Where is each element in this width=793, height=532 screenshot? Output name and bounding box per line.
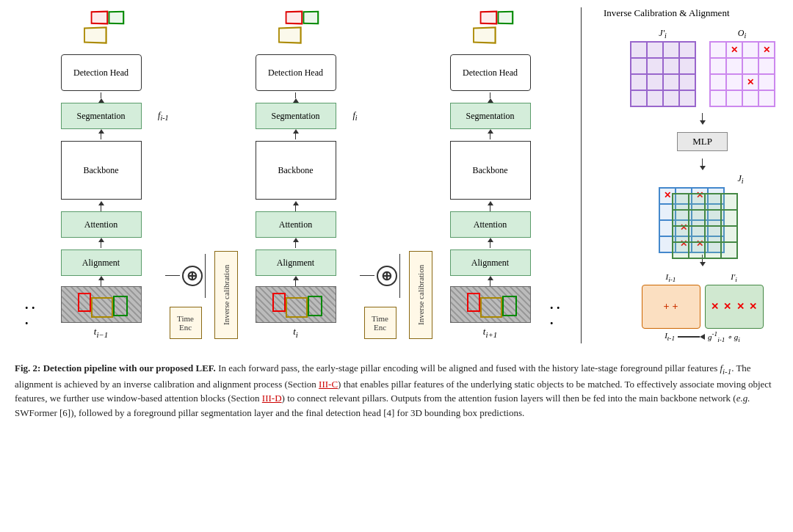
plus-circle-2: ⊕ xyxy=(377,266,397,286)
arr-3b xyxy=(488,129,493,139)
segmentation-2: Segmentation fi xyxy=(256,103,336,129)
caption-text4: ) to connect relevant pillars. Outputs f… xyxy=(282,393,736,404)
scene-image-3 xyxy=(450,286,531,323)
arrow-dh-seg-1 xyxy=(98,92,104,103)
arr-3c xyxy=(488,201,493,211)
detection-head-2: Detection Head xyxy=(256,54,336,91)
segmentation-1: Segmentation fi-1 xyxy=(61,103,142,129)
figure-container: · · · xyxy=(15,7,778,420)
boxes-3d-t1 xyxy=(76,11,127,51)
scene-image-1 xyxy=(61,286,142,323)
fi-label-2: fi xyxy=(352,110,357,122)
time-enc-2: Time Enc xyxy=(364,307,396,339)
alignment-2: Alignment xyxy=(256,249,336,276)
arrow-bb-att-1 xyxy=(98,201,104,211)
arr-right-2 xyxy=(700,158,706,170)
arrow-al-scene-1 xyxy=(98,276,104,286)
inverse-cal-2: Inverse calibration xyxy=(409,251,432,339)
segmentation-3: Segmentation xyxy=(450,103,531,129)
arr-2e xyxy=(293,276,299,286)
blob-green: ✕ ✕ ✕ ✕ xyxy=(705,285,764,329)
jprime-grid xyxy=(630,41,696,107)
attention-3: Attention xyxy=(450,211,531,238)
formula-label: g-1i-1 ∘ gi xyxy=(708,330,740,343)
bottom-blobs-row: Ii-1 + + I'i ✕ ✕ ✕ ✕ xyxy=(642,272,764,329)
arr-3a xyxy=(488,92,493,103)
ji-green-grid xyxy=(672,193,738,259)
boxes-3d-t2 xyxy=(270,11,322,51)
attention-2: Attention xyxy=(256,211,336,238)
iprime-label: I'i xyxy=(731,272,737,283)
timestamp-3: ti+1 xyxy=(483,326,497,339)
caption-eg: e.g. xyxy=(736,393,750,404)
backbone-3: Backbone xyxy=(450,141,531,200)
right-diagram-title: Inverse Calibration & Alignment xyxy=(604,7,730,19)
caption-link1[interactable]: III-C xyxy=(319,379,338,390)
scene-overlay-2 xyxy=(256,287,336,322)
detection-head-1: Detection Head xyxy=(61,54,142,91)
caption-fig-label: Fig. 2: xyxy=(15,362,43,374)
caption: Fig. 2: Detection pipeline with our prop… xyxy=(15,357,778,420)
backbone-1: Backbone xyxy=(61,141,142,200)
arr-3d xyxy=(488,238,493,248)
caption-text1: In each forward pass, the early-stage pi… xyxy=(216,362,720,374)
arr-2b xyxy=(293,129,299,139)
fi-label-1: fi-1 xyxy=(158,110,168,122)
dots-right: · · · xyxy=(550,301,566,332)
caption-bold-text: Detection pipeline with our proposed LEF… xyxy=(43,362,216,374)
dots-left: · · · xyxy=(25,301,41,332)
arr-right-1 xyxy=(700,113,706,125)
it-label: It-1 xyxy=(665,331,675,342)
right-diagram-inner: J'i xyxy=(589,25,793,343)
blob-orange: + + xyxy=(642,285,700,329)
oi-label: Oi xyxy=(738,28,746,40)
scene-image-2 xyxy=(256,286,336,323)
top-grids-row: J'i xyxy=(630,28,775,107)
attention-1: Attention xyxy=(61,211,142,238)
caption-link2[interactable]: III-D xyxy=(262,393,282,404)
timestamp-1: ti−1 xyxy=(94,326,108,339)
diagram-area: · · · xyxy=(15,7,778,343)
timestamp-2: ti xyxy=(293,326,298,339)
arr-3e xyxy=(488,276,493,286)
scene-overlay-3 xyxy=(451,287,530,322)
scene-overlay-1 xyxy=(62,287,141,322)
arr-2d xyxy=(293,238,299,248)
right-diagram: Inverse Calibration & Alignment J'i xyxy=(581,7,793,343)
alignment-1: Alignment xyxy=(61,249,142,276)
oi-grid: ✕ ✕ ✕ xyxy=(709,41,775,107)
arrow-att-al-1 xyxy=(98,238,104,248)
backbone-2: Backbone xyxy=(256,141,336,200)
arr-2a xyxy=(293,92,299,103)
mlp-box: MLP xyxy=(677,132,728,151)
plus-circle-1: ⊕ xyxy=(182,266,203,286)
caption-fi-sub: i-1 xyxy=(723,362,731,374)
alignment-3: Alignment xyxy=(450,249,531,276)
boxes-3d-t3 xyxy=(465,11,516,51)
jprime-label: J'i xyxy=(659,28,667,40)
arr-2c xyxy=(293,201,299,211)
inverse-cal-1: Inverse calibration xyxy=(214,251,238,339)
caption-text5: SWFormer [6]), followed by a foreground … xyxy=(15,407,524,418)
iprev-label: Ii-1 xyxy=(666,272,676,283)
ji-label: Ji xyxy=(737,173,743,185)
arrow-seg-bb-1 xyxy=(98,129,104,139)
time-enc-1: Time Enc xyxy=(170,307,202,339)
detection-head-3: Detection Head xyxy=(450,54,531,91)
